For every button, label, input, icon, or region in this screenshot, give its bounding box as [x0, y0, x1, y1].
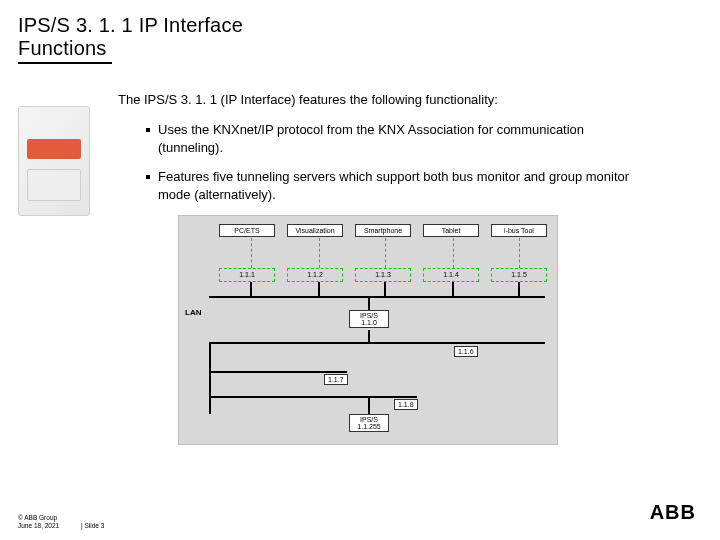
stub-line: [368, 330, 370, 342]
bullet-text: Uses the KNXnet/IP protocol from the KNX…: [158, 121, 646, 156]
stub-line: [318, 282, 320, 296]
device-box: Tablet: [423, 224, 479, 237]
stub-line: [250, 282, 252, 296]
bus-addr: 1.1.8: [394, 399, 418, 410]
footer-date: June 18, 2021: [18, 522, 59, 529]
stub-line: [368, 296, 370, 310]
device-box: i-bus Tool: [491, 224, 547, 237]
title-line-1: IPS/S 3. 1. 1 IP Interface: [18, 14, 720, 37]
topology-diagram: PC/ETS Visualization Smartphone Tablet i…: [178, 215, 558, 445]
tunnel-box: 1.1.4: [423, 268, 479, 282]
stub-line: [368, 396, 370, 414]
footer: © ABB Group June 18, 2021 | Slide 3: [18, 514, 104, 530]
device-row: PC/ETS Visualization Smartphone Tablet i…: [219, 224, 547, 237]
lan-line: [209, 296, 545, 298]
tunnel-box: 1.1.1: [219, 268, 275, 282]
slide-title: IPS/S 3. 1. 1 IP Interface Functions: [0, 0, 720, 64]
dashed-connector: [319, 238, 320, 268]
ips-name: IPS/S: [350, 312, 388, 319]
bus-branch: [209, 396, 417, 398]
tunnel-box: 1.1.3: [355, 268, 411, 282]
device-box: PC/ETS: [219, 224, 275, 237]
abb-logo: ABB: [650, 501, 696, 524]
product-image: [18, 106, 90, 216]
footer-copyright: © ABB Group: [18, 514, 104, 522]
bus-addr: 1.1.7: [324, 374, 348, 385]
bottom-ips-name: IPS/S: [350, 416, 388, 423]
logo-text: ABB: [650, 501, 696, 523]
tunnel-row: 1.1.1 1.1.2 1.1.3 1.1.4 1.1.5: [219, 268, 547, 282]
bottom-ips-addr: 1.1.255: [350, 423, 388, 430]
ips-addr: 1.1.0: [350, 319, 388, 326]
tunnel-box: 1.1.5: [491, 268, 547, 282]
bus-line: [209, 342, 545, 344]
bullet-dot-icon: [146, 128, 150, 132]
dashed-connector: [453, 238, 454, 268]
bullet-list: Uses the KNXnet/IP protocol from the KNX…: [146, 121, 646, 203]
stub-line: [384, 282, 386, 296]
bullet-item: Uses the KNXnet/IP protocol from the KNX…: [146, 121, 646, 156]
bus-vline: [209, 342, 211, 414]
diagram-wrap: PC/ETS Visualization Smartphone Tablet i…: [178, 215, 702, 445]
tunnel-box: 1.1.2: [287, 268, 343, 282]
bottom-ips-box: IPS/S 1.1.255: [349, 414, 389, 432]
device-box: Smartphone: [355, 224, 411, 237]
dashed-connector: [385, 238, 386, 268]
bullet-dot-icon: [146, 175, 150, 179]
stub-line: [518, 282, 520, 296]
title-line-2: Functions: [18, 37, 720, 60]
content-area: The IPS/S 3. 1. 1 (IP Interface) feature…: [0, 64, 720, 445]
ips-box: IPS/S 1.1.0: [349, 310, 389, 328]
intro-text: The IPS/S 3. 1. 1 (IP Interface) feature…: [118, 92, 702, 107]
bullet-item: Features five tunneling servers which su…: [146, 168, 646, 203]
dashed-connector: [251, 238, 252, 268]
stub-line: [452, 282, 454, 296]
dashed-connector: [519, 238, 520, 268]
lan-label: LAN: [185, 308, 201, 317]
bus-branch: [209, 371, 347, 373]
bullet-text: Features five tunneling servers which su…: [158, 168, 646, 203]
device-box: Visualization: [287, 224, 343, 237]
bus-addr: 1.1.6: [454, 346, 478, 357]
footer-slide: | Slide 3: [81, 522, 104, 530]
